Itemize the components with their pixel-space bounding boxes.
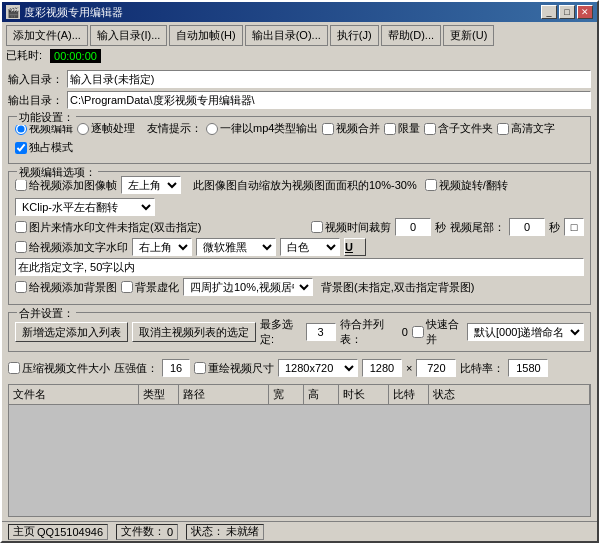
merge-check-item[interactable]: 视频合并 [322,121,380,136]
size-check-item[interactable]: 限量 [384,121,420,136]
size-preset-select[interactable]: 1280x720 [278,359,358,377]
table-body [9,405,590,516]
watermark-check-item[interactable]: 图片来情水印文件未指定(双击指定) [15,220,201,235]
text-content-input[interactable] [15,258,584,276]
window-title: 度彩视频专用编辑器 [24,5,123,20]
output-field[interactable] [67,91,591,109]
ratio-input[interactable] [508,359,548,377]
resize-check-item[interactable]: 重绘视频尺寸 [194,361,274,376]
bg-file-label: 背景图(未指定,双击指定背景图) [321,280,474,295]
add-logo-checkbox[interactable] [15,179,27,191]
crop-check-item[interactable]: 视频时间裁剪 [311,220,391,235]
friendly-value: 一律以mp4类型输出 [220,121,318,136]
text-watermark-checkbox[interactable] [15,241,27,253]
output-label: 输出目录： [8,93,63,108]
compress-checkbox[interactable] [8,362,20,374]
max-input[interactable] [306,323,336,341]
text-pos-select[interactable]: 右上角左上角 [132,238,192,256]
tail-more-input[interactable] [564,218,584,236]
bg-checkbox[interactable] [15,281,27,293]
name-pattern-select[interactable]: 默认[000]递增命名 [467,323,584,341]
quick-merge-check-item[interactable]: 快速合并 [412,317,463,347]
file-count-value: 0 [167,526,173,538]
pressure-label: 压强值： [114,361,158,376]
compress-label: 压缩视频文件大小 [22,361,110,376]
max-label: 最多选定: [260,317,302,347]
resize-label: 重绘视频尺寸 [208,361,274,376]
help-menu[interactable]: 帮助(D)... [381,25,441,46]
frame-label: 逐帧处理 [91,121,135,136]
title-bar: 🎬 度彩视频专用编辑器 _ □ ✕ [2,2,597,22]
execute-menu[interactable]: 执行(J) [330,25,379,46]
text-watermark-check-item[interactable]: 给视频添加文字水印 [15,240,128,255]
resize-checkbox[interactable] [194,362,206,374]
qq-label: 主页 [13,524,35,539]
color-select[interactable]: 白色 [280,238,340,256]
frame-option[interactable]: 逐帧处理 [77,121,135,136]
watermark-label: 图片来情水印文件未指定(双击指定) [29,220,201,235]
friendly-option[interactable]: 一律以mp4类型输出 [206,121,318,136]
maximize-button[interactable]: □ [559,5,575,19]
crop-checkbox[interactable] [311,221,323,233]
ratio-label: 比特率： [460,361,504,376]
size-checkbox[interactable] [384,123,396,135]
frame-radio[interactable] [77,123,89,135]
minimize-button[interactable]: _ [541,5,557,19]
watermark-checkbox[interactable] [15,221,27,233]
zip-check-item[interactable]: 含子文件夹 [424,121,493,136]
th-duration: 时长 [339,385,389,404]
video-row3: 给视频添加文字水印 右上角左上角 微软雅黑 白色 U [15,238,584,256]
input-field[interactable] [67,70,591,88]
status-bar: 主页 QQ15104946 文件数： 0 状态： 未就绪 [2,521,597,541]
table-header: 文件名 类型 路径 宽 高 时长 比特 状态 [9,385,590,405]
output-dir-menu[interactable]: 输出目录(O)... [245,25,328,46]
underline-button[interactable]: U [344,238,366,256]
autofill-label: 此图像图自动缩放为视频图面面积的10%-30% [193,178,417,193]
add-list-button[interactable]: 新增选定添加入列表 [15,322,128,342]
height-input[interactable] [416,359,456,377]
quick-merge-label: 快速合并 [426,317,463,347]
th-type: 类型 [139,385,179,404]
bg-check-item[interactable]: 给视频添加背景图 [15,280,117,295]
bg-tiling-checkbox[interactable] [121,281,133,293]
update-menu[interactable]: 更新(U) [443,25,494,46]
cancel-selection-button[interactable]: 取消主视频列表的选定 [132,322,256,342]
app-icon: 🎬 [6,5,20,19]
tail-label: 视频尾部： [450,220,505,235]
close-button[interactable]: ✕ [577,5,593,19]
input-row: 输入目录： [8,70,591,88]
compress-check-item[interactable]: 压缩视频文件大小 [8,361,110,376]
bg-extend-select[interactable]: 四周扩边10%,视频居中 [183,278,313,296]
file-table: 文件名 类型 路径 宽 高 时长 比特 状态 [8,384,591,517]
pressure-input[interactable] [162,359,190,377]
add-file-menu[interactable]: 添加文件(A)... [6,25,88,46]
quality-checkbox[interactable] [497,123,509,135]
text-watermark-label: 给视频添加文字水印 [29,240,128,255]
rotation-checkbox[interactable] [425,179,437,191]
pending-label: 待合并列表： [340,317,398,347]
merge-check-label: 视频合并 [336,121,380,136]
quality-check-item[interactable]: 高清文字 [497,121,555,136]
qq-value: QQ15104946 [37,526,103,538]
rotation-check-item[interactable]: 视频旋转/翻转 [425,178,508,193]
rotation-select[interactable]: KClip-水平左右翻转 [15,198,155,216]
crop-label: 视频时间裁剪 [325,220,391,235]
crop-start-input[interactable] [395,218,431,236]
width-input[interactable] [362,359,402,377]
solo-checkbox[interactable] [15,142,27,154]
solo-check-item[interactable]: 独占模式 [15,140,73,155]
th-path: 路径 [179,385,269,404]
zip-checkbox[interactable] [424,123,436,135]
logo-pos-select[interactable]: 左上角右上角左下角右下角 [121,176,181,194]
friendly-radio[interactable] [206,123,218,135]
tail-unit: 秒 [549,220,560,235]
input-dir-menu[interactable]: 输入目录(I)... [90,25,168,46]
font-select[interactable]: 微软雅黑 [196,238,276,256]
tail-input[interactable] [509,218,545,236]
quick-merge-checkbox[interactable] [412,326,424,338]
th-status: 状态 [429,385,590,404]
auto-frame-menu[interactable]: 自动加帧(H) [169,25,242,46]
merge-checkbox[interactable] [322,123,334,135]
bg-tiling-check-item[interactable]: 背景虚化 [121,280,179,295]
function-options-row: 视频编辑 逐帧处理 友情提示： 一律以mp4类型输出 视频合并 限量 [15,121,584,155]
